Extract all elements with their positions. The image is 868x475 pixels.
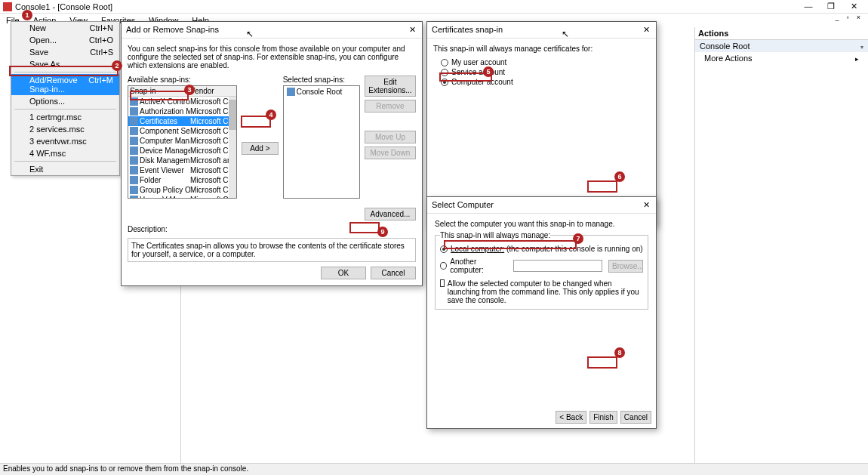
actions-group-label: Console Root bbox=[700, 42, 750, 51]
col-vendor[interactable]: Vendor bbox=[189, 86, 236, 96]
ok-button[interactable]: OK bbox=[321, 267, 366, 279]
mdi-minimize[interactable]: _ bbox=[833, 14, 842, 21]
dialog-title: Add or Remove Snap-ins bbox=[126, 25, 219, 35]
close-icon[interactable]: ✕ bbox=[641, 25, 651, 35]
list-item[interactable]: CertificatesMicrosoft Cor... bbox=[128, 116, 236, 126]
console-root-node[interactable]: Console Root bbox=[297, 88, 343, 96]
menu-save-as[interactable]: Save As... bbox=[11, 58, 119, 70]
maximize-button[interactable]: ❐ bbox=[820, 2, 842, 11]
marker-3: 3 bbox=[184, 85, 195, 95]
scrollbar[interactable] bbox=[229, 97, 236, 198]
allow-change-label: Allow the selected computer to be change… bbox=[448, 279, 643, 304]
actions-more[interactable]: More Actions bbox=[695, 52, 868, 64]
list-item[interactable]: Device ManagerMicrosoft Cor... bbox=[128, 146, 236, 156]
status-bar: Enables you to add snap-ins to or remove… bbox=[0, 463, 868, 475]
menu-open[interactable]: Open...Ctrl+O bbox=[11, 34, 119, 46]
col-snapin[interactable]: Snap-in bbox=[128, 86, 189, 96]
menu-exit[interactable]: Exit bbox=[11, 163, 119, 175]
close-button[interactable]: ✕ bbox=[842, 2, 865, 11]
actions-more-label: More Actions bbox=[704, 54, 753, 63]
radio-service[interactable]: Service account bbox=[441, 67, 650, 77]
menu-options[interactable]: Options... bbox=[11, 95, 119, 107]
edit-extensions-button[interactable]: Edit Extensions... bbox=[365, 76, 416, 97]
available-label: Available snap-ins: bbox=[128, 76, 237, 84]
list-item[interactable]: Authorization Manag...Microsoft Cor... bbox=[128, 106, 236, 116]
marker-8: 8 bbox=[614, 347, 625, 358]
finish-button[interactable]: Finish bbox=[589, 411, 617, 424]
intro-text: This snap-in will always manage certific… bbox=[433, 45, 650, 53]
selected-snapins-list[interactable]: Console Root bbox=[283, 85, 360, 199]
advanced-button[interactable]: Advanced... bbox=[365, 208, 416, 221]
folder-icon bbox=[287, 88, 295, 96]
marker-6: 6 bbox=[614, 171, 625, 182]
close-icon[interactable]: ✕ bbox=[641, 200, 651, 210]
radio-local-computer[interactable]: Local computer: (the computer this conso… bbox=[440, 244, 643, 254]
menu-recent-3[interactable]: 3 eventvwr.msc bbox=[11, 135, 119, 147]
marker-5: 5 bbox=[483, 66, 494, 77]
computer-name-input[interactable] bbox=[513, 260, 602, 272]
list-item[interactable]: ActiveX ControlMicrosoft Cor... bbox=[128, 97, 236, 106]
list-item[interactable]: Disk ManagementMicrosoft and... bbox=[128, 156, 236, 165]
add-remove-snapins-dialog: Add or Remove Snap-ins ✕ You can select … bbox=[121, 21, 423, 286]
cancel-button[interactable]: Cancel bbox=[620, 411, 651, 424]
list-item[interactable]: Hyper-V ManagerMicrosoft Cor... bbox=[128, 195, 236, 199]
description-box: The Certificates snap-in allows you to b… bbox=[128, 238, 416, 262]
dialog-title: Certificates snap-in bbox=[432, 25, 503, 35]
dialog-description: You can select snap-ins for this console… bbox=[128, 45, 416, 69]
marker-7: 7 bbox=[573, 233, 583, 244]
cancel-button[interactable]: Cancel bbox=[371, 267, 416, 279]
radio-my-user[interactable]: My user account bbox=[441, 57, 650, 67]
menu-recent-1[interactable]: 1 certmgr.msc bbox=[11, 111, 119, 123]
selected-label: Selected snap-ins: bbox=[283, 76, 360, 84]
available-snapins-list[interactable]: Snap-in Vendor ActiveX ControlMicrosoft … bbox=[128, 85, 237, 199]
actions-header: Actions bbox=[695, 27, 868, 40]
move-down-button[interactable]: Move Down bbox=[365, 147, 416, 159]
list-item[interactable]: Component ServicesMicrosoft Cor... bbox=[128, 126, 236, 136]
actions-dropdown-icon[interactable] bbox=[860, 42, 863, 51]
select-computer-dialog: Select Computer ✕ Select the computer yo… bbox=[426, 196, 657, 429]
close-icon[interactable]: ✕ bbox=[407, 25, 417, 35]
add-button[interactable]: Add > bbox=[242, 142, 279, 155]
radio-another-computer[interactable]: Another computer: Browse... bbox=[440, 257, 643, 275]
dialog-title: Select Computer bbox=[432, 200, 494, 210]
mdi-restore[interactable]: ▫ bbox=[844, 14, 852, 21]
remove-button[interactable]: Remove bbox=[365, 100, 416, 113]
intro-text: Select the computer you want this snap-i… bbox=[435, 220, 648, 228]
window-title: Console1 - [Console Root] bbox=[15, 2, 797, 11]
mdi-close[interactable]: × bbox=[854, 14, 863, 21]
group-label: This snap-in will always manage: bbox=[440, 231, 550, 239]
radio-computer[interactable]: Computer account bbox=[441, 77, 650, 87]
actions-group[interactable]: Console Root bbox=[695, 40, 868, 52]
list-item[interactable]: Event ViewerMicrosoft Cor... bbox=[128, 165, 236, 175]
menu-add-remove-snapin[interactable]: Add/Remove Snap-in...Ctrl+M bbox=[11, 74, 119, 95]
marker-2: 2 bbox=[112, 60, 122, 71]
browse-button[interactable]: Browse... bbox=[608, 260, 643, 273]
menu-save[interactable]: SaveCtrl+S bbox=[11, 46, 119, 58]
title-bar: Console1 - [Console Root] — ❐ ✕ bbox=[0, 0, 868, 14]
actions-pane: Actions Console Root More Actions bbox=[694, 27, 868, 463]
description-label: Description: bbox=[128, 225, 416, 233]
list-item[interactable]: Group Policy Object ...Microsoft Cor... bbox=[128, 185, 236, 195]
back-button[interactable]: < Back bbox=[556, 411, 586, 424]
mmc-icon bbox=[3, 2, 12, 11]
marker-4: 4 bbox=[266, 109, 276, 120]
menu-new[interactable]: NewCtrl+N bbox=[11, 22, 119, 34]
list-item[interactable]: FolderMicrosoft Cor... bbox=[128, 175, 236, 185]
chevron-right-icon bbox=[855, 54, 859, 63]
allow-change-checkbox[interactable] bbox=[440, 279, 445, 287]
menu-recent-2[interactable]: 2 services.msc bbox=[11, 123, 119, 135]
move-up-button[interactable]: Move Up bbox=[365, 131, 416, 143]
list-item[interactable]: Computer Managem...Microsoft Cor... bbox=[128, 136, 236, 146]
menu-recent-4[interactable]: 4 WF.msc bbox=[11, 147, 119, 159]
minimize-button[interactable]: — bbox=[797, 2, 820, 11]
file-menu-dropdown: NewCtrl+N Open...Ctrl+O SaveCtrl+S Save … bbox=[11, 21, 120, 176]
marker-9: 9 bbox=[377, 227, 388, 237]
marker-1: 1 bbox=[22, 10, 32, 20]
